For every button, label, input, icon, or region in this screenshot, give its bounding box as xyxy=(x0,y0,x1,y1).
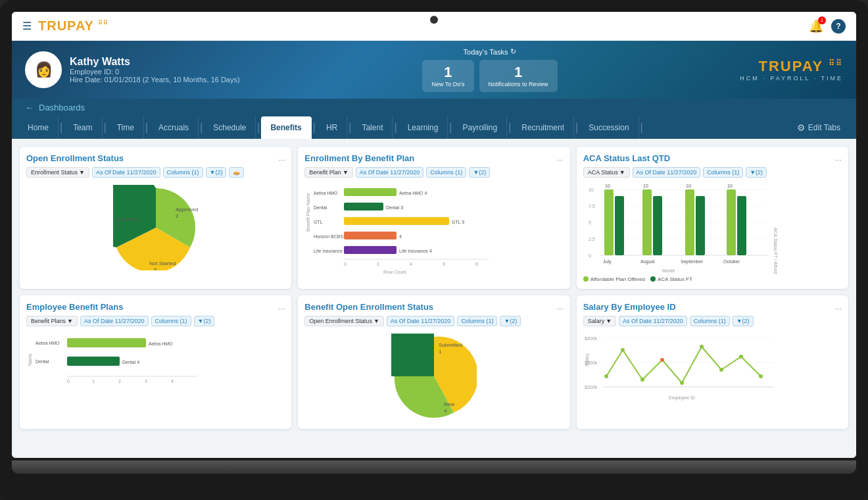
card4-filter[interactable]: Benefit Plans ▼ xyxy=(26,316,78,326)
back-arrow[interactable]: ← xyxy=(25,103,34,113)
card1-filter2[interactable]: ▼(2) xyxy=(206,167,227,178)
tab-time[interactable]: Time xyxy=(108,116,144,139)
svg-text:Submitted: Submitted xyxy=(116,216,140,222)
svg-text:10: 10 xyxy=(686,184,691,188)
card-salary: Salary By Employee ID ··· Salary ▼ As Of… xyxy=(577,295,848,429)
svg-rect-49 xyxy=(737,196,746,255)
svg-text:August: August xyxy=(640,259,655,264)
card5-filter[interactable]: Open Enrollment Status ▼ xyxy=(304,316,383,326)
svg-text:Dental 4: Dental 4 xyxy=(122,360,139,364)
svg-point-83 xyxy=(640,378,644,382)
card1-view[interactable]: 🥧 xyxy=(229,167,244,178)
card3-filter2[interactable]: ▼(2) xyxy=(746,167,767,178)
svg-point-82 xyxy=(621,348,625,352)
svg-text:Aetna HMO: Aetna HMO xyxy=(149,341,173,346)
card1-columns[interactable]: Columns (1) xyxy=(163,167,203,178)
card1-filter[interactable]: Enrollment Status ▼ xyxy=(26,167,89,178)
dashboard-grid: Open Enrollment Status ··· Enrollment St… xyxy=(20,147,848,429)
employee-id: Employee ID: 0 xyxy=(70,68,240,76)
tab-recruitment[interactable]: Recruitment xyxy=(512,116,574,139)
card3-columns[interactable]: Columns (1) xyxy=(703,167,743,178)
card4-filter2[interactable]: ▼(2) xyxy=(194,316,215,326)
avatar: 👩 xyxy=(25,51,62,88)
logo: TRUPAY ⠿⠿ xyxy=(38,18,108,34)
card2-dots[interactable]: ··· xyxy=(557,155,564,164)
tab-payrolling[interactable]: Payrolling xyxy=(454,116,508,139)
card6-columns[interactable]: Columns (1) xyxy=(690,316,730,326)
svg-text:4: 4 xyxy=(399,234,402,239)
svg-text:Aetna HMO: Aetna HMO xyxy=(36,341,60,345)
breadcrumb-label: Dashboards xyxy=(39,103,85,113)
svg-rect-14 xyxy=(344,217,449,225)
laptop-notch xyxy=(430,16,438,24)
hamburger-icon[interactable]: ☰ xyxy=(22,20,32,32)
header-banner: 👩 Kathy Watts Employee ID: 0 Hire Date: … xyxy=(12,41,856,99)
card4-asof[interactable]: As Of Date 11/27/2020 xyxy=(80,316,149,326)
svg-text:Salary: Salary xyxy=(585,353,590,366)
pie-chart-1: Approved 2 Submitted 3 Not Started 5 xyxy=(113,185,199,270)
card2-filter[interactable]: Benefit Plan ▼ xyxy=(304,167,352,178)
card2-toolbar: Benefit Plan ▼ As Of Date 11/27/2020 Col… xyxy=(304,167,563,178)
card6-filter[interactable]: Salary ▼ xyxy=(583,316,616,326)
card5-asof[interactable]: As Of Date 11/27/2020 xyxy=(387,316,455,326)
task-todos[interactable]: 1 New To Do's xyxy=(422,60,473,92)
card1-asof[interactable]: As Of Date 11/27/2020 xyxy=(92,167,160,178)
card6-filter2[interactable]: ▼(2) xyxy=(733,316,754,326)
card2-filter2[interactable]: ▼(2) xyxy=(469,167,490,178)
card5-pie: Submitted 1 New 4 xyxy=(304,330,563,422)
svg-text:10: 10 xyxy=(605,184,610,188)
edit-tabs-button[interactable]: ⚙ Edit Tabs xyxy=(788,117,850,138)
tab-hr[interactable]: HR xyxy=(317,116,347,139)
svg-rect-8 xyxy=(344,188,397,196)
svg-text:Approved: Approved xyxy=(176,207,198,213)
card5-toolbar: Open Enrollment Status ▼ As Of Date 11/2… xyxy=(304,316,563,326)
svg-text:Dental 3: Dental 3 xyxy=(386,205,403,210)
help-icon[interactable]: ? xyxy=(831,19,846,34)
tasks-title: Today's Tasks ↻ xyxy=(422,47,557,56)
card1-dots[interactable]: ··· xyxy=(278,155,285,164)
card3-filter[interactable]: ACA Status ▼ xyxy=(583,167,630,178)
card4-title: Employee Benefit Plans xyxy=(26,302,123,312)
hire-date: Hire Date: 01/01/2018 (2 Years, 10 Month… xyxy=(70,76,240,84)
svg-text:5: 5 xyxy=(589,220,591,225)
card4-columns[interactable]: Columns (1) xyxy=(151,316,191,326)
card5-filter2[interactable]: ▼(2) xyxy=(500,316,521,326)
card3-dots[interactable]: ··· xyxy=(835,155,842,164)
svg-rect-61 xyxy=(67,357,120,366)
card6-linechart: $400k $300k $200k xyxy=(583,330,842,396)
svg-text:Dental: Dental xyxy=(36,359,49,364)
tab-home[interactable]: Home xyxy=(18,116,59,139)
card5-columns[interactable]: Columns (1) xyxy=(457,316,497,326)
card4-dots[interactable]: ··· xyxy=(278,304,285,313)
svg-text:0: 0 xyxy=(344,262,347,266)
card3-asof[interactable]: As Of Date 11/27/2020 xyxy=(633,167,701,178)
tasks-boxes: 1 New To Do's 1 Notifications to Review xyxy=(422,60,557,92)
svg-text:September: September xyxy=(681,259,704,264)
svg-point-86 xyxy=(700,345,704,349)
card2-columns[interactable]: Columns (1) xyxy=(426,167,466,178)
tab-talent[interactable]: Talent xyxy=(352,116,393,139)
breadcrumb: ← Dashboards xyxy=(12,99,856,116)
tab-accruals[interactable]: Accruals xyxy=(149,116,199,139)
svg-text:2.5: 2.5 xyxy=(589,237,595,241)
nav-tabs: Home | Team | Time | Accruals | Schedule… xyxy=(12,116,856,139)
card6-dots[interactable]: ··· xyxy=(835,304,842,313)
svg-text:Life Insurance: Life Insurance xyxy=(314,249,343,253)
svg-text:$200k: $200k xyxy=(585,385,598,389)
bell-icon[interactable]: 🔔 1 xyxy=(809,19,823,34)
svg-rect-40 xyxy=(615,196,624,255)
tab-learning[interactable]: Learning xyxy=(398,116,448,139)
task-notifications[interactable]: 1 Notifications to Review xyxy=(479,60,558,92)
refresh-icon[interactable]: ↻ xyxy=(510,47,516,56)
svg-rect-20 xyxy=(344,246,397,254)
svg-rect-39 xyxy=(604,189,614,255)
card6-asof[interactable]: As Of Date 11/27/2020 xyxy=(619,316,687,326)
card5-dots[interactable]: ··· xyxy=(557,304,564,313)
tab-schedule[interactable]: Schedule xyxy=(204,116,256,139)
tab-team[interactable]: Team xyxy=(64,116,102,139)
svg-text:1: 1 xyxy=(439,349,442,355)
tab-succession[interactable]: Succession xyxy=(579,116,639,139)
tab-benefits[interactable]: Benefits xyxy=(261,116,311,139)
card-aca-status: ACA Status Last QTD ··· ACA Status ▼ As … xyxy=(577,147,848,289)
card2-asof[interactable]: As Of Date 11/27/2020 xyxy=(356,167,424,178)
